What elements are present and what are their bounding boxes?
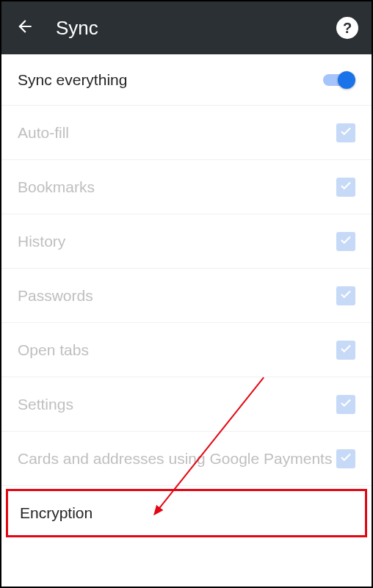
cards-addresses-checkbox	[336, 449, 355, 468]
back-button[interactable]	[15, 18, 35, 38]
cards-addresses-row: Cards and addresses using Google Payment…	[1, 432, 372, 486]
check-icon	[339, 451, 352, 467]
app-frame: Sync ? Sync everything Auto-fill Bookmar…	[0, 0, 373, 588]
opentabs-row: Open tabs	[1, 323, 372, 377]
autofill-label: Auto-fill	[18, 124, 336, 142]
settings-list: Sync everything Auto-fill Bookmarks Hist…	[1, 54, 372, 537]
sync-everything-label: Sync everything	[18, 71, 323, 89]
toggle-thumb	[338, 71, 355, 89]
autofill-checkbox	[336, 123, 355, 142]
bookmarks-checkbox	[336, 178, 355, 197]
history-checkbox	[336, 232, 355, 251]
page-title: Sync	[56, 17, 336, 40]
history-label: History	[18, 233, 336, 250]
help-icon: ?	[343, 20, 352, 37]
sync-everything-toggle[interactable]	[323, 71, 355, 89]
cards-addresses-label: Cards and addresses using Google Payment…	[18, 450, 336, 468]
app-header: Sync ?	[1, 1, 372, 54]
opentabs-label: Open tabs	[18, 341, 336, 359]
encryption-row[interactable]: Encryption	[6, 489, 367, 537]
check-icon	[339, 233, 352, 250]
check-icon	[339, 396, 352, 413]
check-icon	[339, 179, 352, 195]
passwords-checkbox	[336, 286, 355, 305]
sync-everything-row[interactable]: Sync everything	[1, 54, 372, 106]
settings-label: Settings	[18, 396, 336, 413]
opentabs-checkbox	[336, 341, 355, 360]
bookmarks-row: Bookmarks	[1, 160, 372, 214]
passwords-row: Passwords	[1, 269, 372, 323]
check-icon	[339, 125, 352, 141]
help-button[interactable]: ?	[336, 17, 358, 39]
passwords-label: Passwords	[18, 287, 336, 305]
bookmarks-label: Bookmarks	[18, 178, 336, 196]
arrow-back-icon	[15, 17, 35, 39]
check-icon	[339, 342, 352, 358]
autofill-row: Auto-fill	[1, 106, 372, 160]
history-row: History	[1, 214, 372, 269]
settings-row: Settings	[1, 377, 372, 432]
settings-checkbox	[336, 395, 355, 414]
check-icon	[339, 288, 352, 304]
encryption-label: Encryption	[20, 504, 353, 522]
